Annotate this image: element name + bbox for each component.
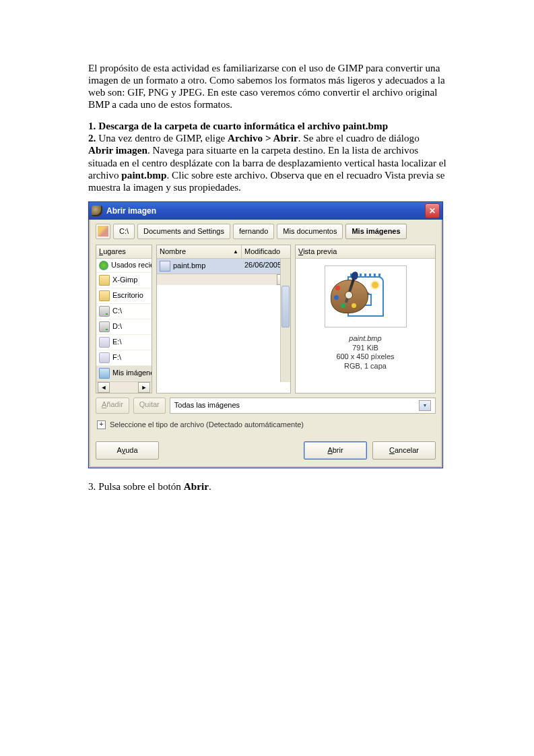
column-name[interactable]: Nombre▲ bbox=[157, 245, 242, 258]
preview-thumbnail bbox=[325, 265, 407, 327]
recent-icon bbox=[99, 261, 108, 270]
crumb-docsettings[interactable]: Documents and Settings bbox=[137, 224, 230, 239]
step1: 1. Descarga de la carpeta de cuarto info… bbox=[88, 120, 388, 131]
places-panel: Lugares Usados recien X-Gimp Escritorio … bbox=[96, 245, 152, 393]
preview-metadata: paint.bmp 791 KiB 600 x 450 píxeles RGB,… bbox=[336, 334, 394, 371]
pencil-button[interactable] bbox=[96, 224, 110, 239]
folder-icon bbox=[99, 275, 110, 286]
chevron-down-icon[interactable]: ▾ bbox=[419, 400, 431, 411]
preview-size: 791 KiB bbox=[336, 344, 394, 353]
folder-icon bbox=[99, 290, 110, 301]
place-recent[interactable]: Usados recien bbox=[96, 259, 152, 273]
pencil-icon bbox=[98, 226, 108, 237]
preview-dimensions: 600 x 450 píxeles bbox=[336, 352, 394, 362]
step3: 3. Pulsa sobre el botón Abrir. bbox=[88, 480, 446, 493]
help-button[interactable]: Ayuda bbox=[96, 441, 159, 460]
file-list-panel: Nombre▲ Modificado paint.bmp 26/06/2005 … bbox=[156, 245, 291, 393]
scroll-left-icon[interactable]: ◄ bbox=[98, 382, 110, 393]
breadcrumb: C:\ Documents and Settings fernando Mis … bbox=[96, 224, 436, 239]
drive-icon bbox=[99, 337, 110, 348]
open-image-dialog: Abrir imagen ✕ C:\ Documents and Setting… bbox=[88, 201, 443, 468]
gimp-icon bbox=[92, 206, 102, 216]
place-drive-f[interactable]: F:\ bbox=[96, 350, 152, 366]
close-icon[interactable]: ✕ bbox=[425, 203, 440, 218]
folder-icon bbox=[99, 368, 110, 379]
step2-lead: 2. bbox=[88, 132, 96, 144]
place-drive-d[interactable]: D:\ bbox=[96, 319, 152, 335]
dialog-title: Abrir imagen bbox=[106, 206, 156, 216]
bmp-file-icon bbox=[160, 261, 170, 272]
drive-icon bbox=[99, 321, 110, 332]
file-type-filter[interactable]: Todas las imágenes ▾ bbox=[170, 398, 436, 414]
place-xgimp[interactable]: X-Gimp bbox=[96, 273, 152, 288]
plus-icon: + bbox=[97, 420, 106, 429]
place-drive-c[interactable]: C:\ bbox=[96, 304, 152, 319]
file-row-paint[interactable]: paint.bmp 26/06/2005 bbox=[157, 259, 290, 274]
preview-panel: Vista previa bbox=[295, 245, 436, 393]
file-type-expander[interactable]: + Seleccione el tipo de archivo (Detecta… bbox=[97, 420, 434, 429]
crumb-myimages[interactable]: Mis imágenes bbox=[345, 224, 406, 239]
drive-icon bbox=[99, 306, 110, 317]
expander-label: Seleccione el tipo de archivo (Detectado… bbox=[110, 420, 304, 429]
crumb-user[interactable]: fernando bbox=[233, 224, 274, 239]
dialog-titlebar[interactable]: Abrir imagen ✕ bbox=[89, 202, 442, 220]
document-body: El propósito de esta actividad es famili… bbox=[88, 62, 446, 493]
places-header: Lugares bbox=[96, 245, 152, 259]
paragraph-steps: 1. Descarga de la carpeta de cuarto info… bbox=[88, 120, 446, 193]
filter-value: Todas las imágenes bbox=[174, 401, 240, 410]
place-drive-e[interactable]: E:\ bbox=[96, 335, 152, 350]
column-modified[interactable]: Modificado bbox=[242, 245, 290, 258]
crumb-c[interactable]: C:\ bbox=[113, 224, 135, 239]
preview-header: Vista previa bbox=[296, 245, 435, 259]
remove-button[interactable]: Quitar bbox=[133, 398, 166, 414]
file-list-scrollbar[interactable] bbox=[280, 259, 290, 382]
cancel-button[interactable]: Cancelar bbox=[372, 441, 436, 460]
paragraph-intro: El propósito de esta actividad es famili… bbox=[88, 62, 446, 111]
sort-asc-icon: ▲ bbox=[233, 249, 238, 255]
preview-mode: RGB, 1 capa bbox=[336, 362, 394, 371]
drive-icon bbox=[99, 352, 110, 363]
open-button[interactable]: Abrir bbox=[304, 441, 367, 460]
place-desktop[interactable]: Escritorio bbox=[96, 288, 152, 304]
places-hscroll[interactable]: ◄ ► bbox=[96, 381, 152, 393]
preview-filename: paint.bmp bbox=[336, 334, 394, 344]
scrollbar-thumb[interactable] bbox=[281, 286, 290, 327]
scroll-right-icon[interactable]: ► bbox=[138, 382, 150, 393]
add-button[interactable]: Añadir bbox=[96, 398, 129, 414]
place-myimages[interactable]: Mis imágenes bbox=[96, 366, 152, 381]
crumb-mydocs[interactable]: Mis documentos bbox=[277, 224, 343, 239]
